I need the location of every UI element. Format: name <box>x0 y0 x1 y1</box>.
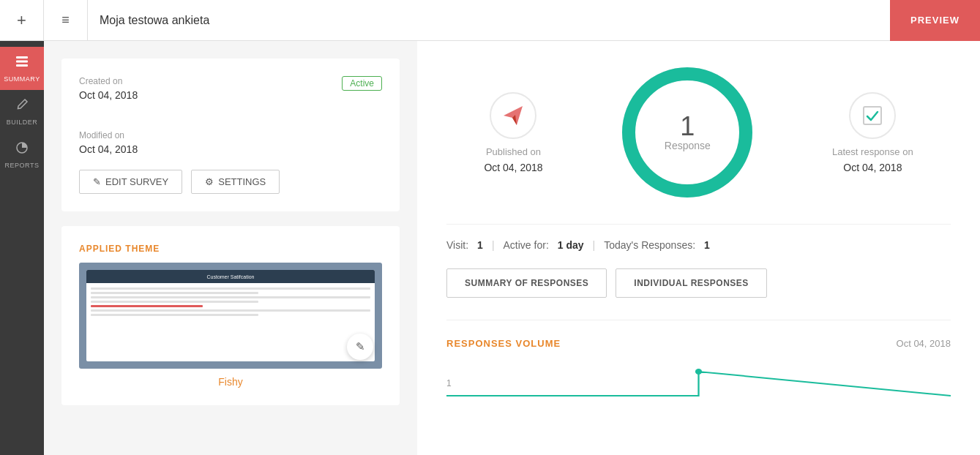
summary-responses-button[interactable]: SUMMARY OF RESPONSES <box>446 268 607 298</box>
created-date: Oct 04, 2018 <box>79 89 138 101</box>
svg-rect-2 <box>16 64 28 67</box>
edit-survey-label: EDIT SURVEY <box>105 176 168 187</box>
theme-line-2 <box>91 292 258 294</box>
theme-image: Customer Satifcation <box>79 263 382 369</box>
content-area: Created on Oct 04, 2018 Active Modified … <box>44 41 980 455</box>
settings-label: SETTINGS <box>218 176 266 187</box>
status-badge: Active <box>342 76 382 91</box>
sidebar-item-summary[interactable]: SUMMARY <box>0 47 44 90</box>
chart-container <box>446 368 951 397</box>
responses-volume-title: RESPONSES VOLUME <box>446 338 561 349</box>
theme-line-3 <box>91 296 370 298</box>
responses-volume-date: Oct 04, 2018 <box>897 338 951 349</box>
sidebar-item-builder[interactable]: BUILDER <box>0 90 44 133</box>
summary-icon <box>15 54 29 72</box>
chart-svg <box>446 368 951 397</box>
main-layout: SUMMARY BUILDER REPORTS <box>0 41 980 455</box>
applied-theme-title: APPLIED THEME <box>79 244 382 254</box>
active-duration: 1 day <box>558 239 584 251</box>
response-donut: 1 Response <box>618 63 757 202</box>
sidebar-item-reports-label: REPORTS <box>5 162 40 169</box>
add-button[interactable]: + <box>0 0 44 41</box>
sidebar-item-reports[interactable]: REPORTS <box>0 133 44 176</box>
published-block: Published on Oct 04, 2018 <box>484 92 542 173</box>
responses-volume-section: RESPONSES VOLUME Oct 04, 2018 1 <box>446 320 951 397</box>
builder-icon <box>15 97 29 116</box>
sidebar-item-builder-label: BUILDER <box>7 119 38 126</box>
active-label: Active for: <box>504 239 549 251</box>
today-count: 1 <box>704 239 710 251</box>
individual-responses-button[interactable]: INDIVIDUAL RESPONSES <box>616 268 766 298</box>
theme-body <box>86 283 375 323</box>
response-action-buttons: SUMMARY OF RESPONSES INDIVIDUAL RESPONSE… <box>446 268 951 320</box>
theme-preview: Customer Satifcation <box>79 263 382 369</box>
svg-rect-1 <box>16 61 28 63</box>
separator-2: | <box>593 239 596 251</box>
add-icon: + <box>17 11 26 30</box>
modified-date: Oct 04, 2018 <box>79 143 382 155</box>
theme-img-inner: Customer Satifcation <box>86 270 375 361</box>
modified-block: Modified on Oct 04, 2018 <box>79 130 382 155</box>
latest-date: Oct 04, 2018 <box>843 162 902 173</box>
response-label: Response <box>665 140 711 151</box>
svg-marker-4 <box>504 106 523 125</box>
theme-edit-button[interactable]: ✎ <box>347 334 373 360</box>
gear-icon: ⚙ <box>205 176 214 187</box>
latest-label: Latest response on <box>832 146 913 157</box>
theme-card: APPLIED THEME Customer Satifcation <box>61 226 400 405</box>
published-label: Published on <box>486 146 541 157</box>
stats-section: Published on Oct 04, 2018 1 Response <box>446 63 951 225</box>
sidebar-item-summary-label: SUMMARY <box>4 75 40 83</box>
published-icon-circle <box>490 92 536 139</box>
created-block: Created on Oct 04, 2018 <box>79 76 138 101</box>
menu-button[interactable]: ≡ <box>44 0 88 41</box>
theme-name: Fishy <box>79 376 382 388</box>
svg-rect-0 <box>16 56 28 59</box>
responses-chart: 1 <box>446 361 951 397</box>
visit-count: 1 <box>477 239 483 251</box>
latest-response-block: Latest response on Oct 04, 2018 <box>832 92 913 173</box>
svg-point-9 <box>695 369 702 375</box>
published-date: Oct 04, 2018 <box>484 162 542 173</box>
survey-title: Moja testowa ankieta <box>88 14 890 27</box>
response-count: 1 <box>665 113 711 140</box>
reports-icon <box>15 140 29 159</box>
pencil-icon: ✎ <box>356 340 365 353</box>
info-dates: Created on Oct 04, 2018 <box>79 76 138 101</box>
theme-header: Customer Satifcation <box>86 270 375 283</box>
today-label: Today's Responses: <box>604 239 695 251</box>
theme-line-4 <box>91 301 258 303</box>
visit-stats-row: Visit: 1 | Active for: 1 day | Today's R… <box>446 225 951 268</box>
paper-plane-icon <box>502 105 524 127</box>
action-buttons: ✎ EDIT SURVEY ⚙ SETTINGS <box>79 170 382 194</box>
theme-line-5 <box>91 305 203 307</box>
preview-button[interactable]: PREVIEW <box>890 0 980 41</box>
separator-1: | <box>492 239 495 251</box>
modified-label: Modified on <box>79 130 382 140</box>
donut-center: 1 Response <box>665 113 711 151</box>
edit-survey-button[interactable]: ✎ EDIT SURVEY <box>79 170 182 194</box>
checkmark-icon <box>861 105 883 127</box>
theme-line-7 <box>91 314 258 316</box>
created-label: Created on <box>79 76 138 86</box>
sidebar: SUMMARY BUILDER REPORTS <box>0 41 44 455</box>
left-panel: Created on Oct 04, 2018 Active Modified … <box>44 41 417 455</box>
menu-icon: ≡ <box>61 12 70 28</box>
edit-icon: ✎ <box>93 176 101 187</box>
settings-button[interactable]: ⚙ SETTINGS <box>191 170 280 194</box>
theme-line-1 <box>91 287 370 290</box>
info-card: Created on Oct 04, 2018 Active Modified … <box>61 59 400 211</box>
svg-rect-8 <box>864 107 881 124</box>
latest-icon-circle <box>849 92 896 139</box>
visit-label: Visit: <box>446 239 468 251</box>
theme-line-6 <box>91 309 370 312</box>
right-panel: Published on Oct 04, 2018 1 Response <box>417 41 980 455</box>
topbar: + ≡ Moja testowa ankieta PREVIEW <box>0 0 980 41</box>
responses-volume-header: RESPONSES VOLUME Oct 04, 2018 <box>446 338 951 349</box>
